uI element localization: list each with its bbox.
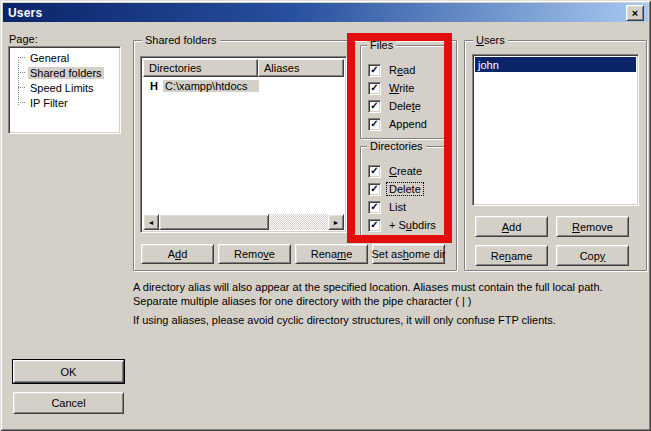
shared-folders-legend: Shared folders: [142, 34, 220, 47]
check-icon: ✓: [370, 101, 378, 111]
delete-file-label[interactable]: Delete: [387, 100, 423, 112]
tree-item-ip-filter[interactable]: IP Filter: [9, 95, 120, 110]
users-legend: Users: [473, 34, 508, 47]
list-checkbox[interactable]: ✓: [368, 201, 381, 214]
cyclic-note: If using aliases, please avoid cyclic di…: [133, 313, 641, 327]
rename-user-button[interactable]: Rename: [475, 245, 548, 266]
check-icon: ✓: [370, 220, 378, 230]
tree-branch-icon: [18, 102, 25, 103]
files-delete-row: ✓ Delete: [368, 99, 446, 113]
check-icon: ✓: [370, 166, 378, 176]
add-user-button[interactable]: Add: [475, 216, 548, 237]
tree-item-speed-limits[interactable]: Speed Limits: [9, 80, 120, 95]
tree-item-shared-folders[interactable]: Shared folders: [9, 65, 120, 80]
tree-item-general[interactable]: General: [9, 50, 120, 65]
tree-branch-icon: [18, 57, 25, 58]
close-icon: ×: [632, 8, 638, 18]
subdirs-checkbox[interactable]: ✓: [368, 219, 381, 232]
create-checkbox[interactable]: ✓: [368, 165, 381, 178]
copy-user-button[interactable]: Copy: [556, 245, 629, 266]
tree-branch-icon: [18, 87, 25, 88]
check-icon: ✓: [370, 65, 378, 75]
users-dialog: Users × Page: General Shared folders Spe…: [0, 0, 651, 431]
cancel-button[interactable]: Cancel: [13, 392, 124, 414]
check-icon: ✓: [370, 83, 378, 93]
add-folder-button[interactable]: Add: [141, 244, 214, 264]
files-permissions-group: Files ✓ Read ✓ Write ✓ Delete ✓ Append: [360, 45, 447, 139]
files-legend: Files: [367, 39, 396, 52]
directory-list-body: H C:\xampp\htdocs: [143, 77, 344, 214]
append-label[interactable]: Append: [387, 118, 429, 130]
write-checkbox[interactable]: ✓: [368, 82, 381, 95]
read-label[interactable]: Read: [387, 64, 417, 76]
write-label[interactable]: Write: [387, 82, 416, 94]
page-tree: General Shared folders Speed Limits IP F…: [8, 46, 121, 134]
dialog-title: Users: [3, 6, 42, 20]
directories-permissions-group: Directories ✓ Create ✓ Delete ✓ List ✓ +…: [360, 146, 447, 240]
users-group: Users john Add Remove Rename Copy: [464, 40, 647, 271]
directory-row[interactable]: H C:\xampp\htdocs: [143, 78, 344, 94]
files-write-row: ✓ Write: [368, 81, 446, 95]
dirs-subdirs-row: ✓ + Subdirs: [368, 218, 446, 232]
horizontal-scrollbar[interactable]: ◄ ►: [143, 214, 344, 230]
rename-folder-button[interactable]: Rename: [295, 244, 368, 264]
dirs-delete-row: ✓ Delete: [368, 182, 446, 196]
check-icon: ✓: [370, 184, 378, 194]
files-read-row: ✓ Read: [368, 63, 446, 77]
files-append-row: ✓ Append: [368, 117, 446, 131]
directory-list-header: Directories Aliases: [143, 59, 344, 77]
directories-legend: Directories: [367, 140, 426, 153]
titlebar[interactable]: Users ×: [3, 3, 648, 22]
create-label[interactable]: Create: [387, 165, 424, 177]
scroll-right-icon: ►: [333, 219, 340, 226]
scrollbar-track[interactable]: [159, 214, 328, 230]
ok-button[interactable]: OK: [13, 360, 124, 383]
column-header-directories[interactable]: Directories: [143, 59, 258, 77]
delete-file-checkbox[interactable]: ✓: [368, 100, 381, 113]
user-item-john[interactable]: john: [475, 57, 636, 72]
set-home-dir-button[interactable]: Set as home dir: [372, 244, 445, 264]
page-label: Page:: [9, 33, 38, 45]
dirs-create-row: ✓ Create: [368, 164, 446, 178]
directory-path: C:\xampp\htdocs: [163, 80, 259, 92]
read-checkbox[interactable]: ✓: [368, 64, 381, 77]
dirs-list-row: ✓ List: [368, 200, 446, 214]
remove-user-button[interactable]: Remove: [556, 216, 629, 237]
list-label[interactable]: List: [387, 201, 408, 213]
home-directory-marker: H: [143, 80, 163, 92]
delete-dir-label[interactable]: Delete: [387, 183, 423, 195]
close-button[interactable]: ×: [626, 5, 644, 21]
directory-list: Directories Aliases H C:\xampp\htdocs ◄: [140, 56, 347, 233]
scroll-left-button[interactable]: ◄: [143, 214, 159, 230]
scroll-left-icon: ◄: [148, 219, 155, 226]
append-checkbox[interactable]: ✓: [368, 118, 381, 131]
check-icon: ✓: [370, 119, 378, 129]
scroll-right-button[interactable]: ►: [328, 214, 344, 230]
tree-branch-icon: [18, 72, 25, 73]
check-icon: ✓: [370, 202, 378, 212]
delete-dir-checkbox[interactable]: ✓: [368, 183, 381, 196]
column-header-aliases[interactable]: Aliases: [258, 59, 344, 77]
scrollbar-thumb[interactable]: [159, 214, 269, 230]
remove-folder-button[interactable]: Remove: [218, 244, 291, 264]
user-list: john: [472, 54, 639, 206]
alias-note: A directory alias will also appear at th…: [133, 280, 641, 308]
subdirs-label[interactable]: + Subdirs: [387, 219, 438, 231]
